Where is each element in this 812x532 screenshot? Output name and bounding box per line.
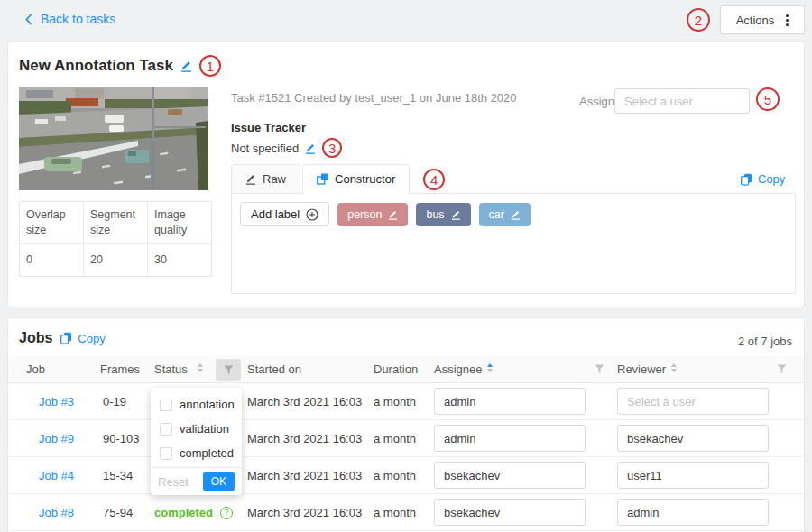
checkbox-completed[interactable]: [160, 447, 172, 460]
assignee-input[interactable]: [434, 499, 586, 526]
add-label-text: Add label: [251, 207, 300, 221]
filter-option-validation[interactable]: validation: [151, 417, 242, 441]
table-row: Job #3 0-19 March 3rd 2021 16:03 a month: [8, 383, 804, 420]
assignee-input[interactable]: [434, 425, 586, 452]
task-parameters-table: Overlap size Segment size Image quality …: [19, 201, 212, 277]
edit-label-person-icon[interactable]: [388, 209, 398, 220]
copy-labels-label: Copy: [758, 172, 785, 186]
checkbox-annotation[interactable]: [160, 399, 172, 411]
assignee-input[interactable]: [434, 462, 586, 489]
callout-1: 1: [199, 55, 221, 77]
copy-labels-link[interactable]: Copy: [741, 172, 785, 186]
jobs-header: Jobs Copy: [19, 330, 106, 346]
table-row: Job #8 75-94 completed ? March 3rd 2021 …: [8, 494, 804, 531]
param-header-overlap: Overlap size: [20, 202, 84, 244]
task-title: New Annotation Task: [19, 57, 173, 75]
started-cell: March 3rd 2021 16:03: [247, 457, 362, 494]
copy-jobs-link[interactable]: Copy: [60, 332, 105, 345]
reviewer-input[interactable]: [617, 499, 769, 526]
label-chip-bus-name: bus: [426, 208, 444, 221]
frames-cell: 0-19: [103, 383, 126, 420]
tab-raw-label: Raw: [263, 172, 286, 186]
task-preview-image: [19, 87, 208, 190]
callout-4: 4: [423, 169, 445, 190]
assignee-input[interactable]: [434, 388, 586, 415]
col-duration: Duration: [374, 356, 418, 383]
filter-option-validation-label: validation: [180, 422, 229, 436]
task-title-row: New Annotation Task 1: [19, 55, 221, 77]
jobs-title: Jobs: [19, 330, 52, 346]
filter-dropdown-footer: Reset OK: [151, 467, 242, 495]
copy-icon: [741, 173, 752, 186]
duration-cell: a month: [374, 383, 416, 420]
duration-cell: a month: [374, 494, 416, 531]
jobs-table-header: Job Frames Status Started on Duration As…: [8, 356, 804, 383]
param-value-quality: 30: [148, 243, 212, 276]
assignee-sorter[interactable]: [487, 363, 493, 372]
actions-button[interactable]: Actions: [720, 5, 805, 34]
edit-label-bus-icon[interactable]: [451, 209, 461, 220]
reviewer-input[interactable]: [617, 388, 769, 415]
status-sorter[interactable]: [198, 363, 203, 372]
filter-option-annotation[interactable]: annotation: [151, 392, 242, 417]
job-link[interactable]: Job #3: [39, 383, 74, 420]
status-cell: completed ?: [154, 494, 233, 531]
question-circle-icon[interactable]: ?: [220, 507, 233, 519]
filter-ok-button[interactable]: OK: [203, 472, 235, 491]
frames-cell: 90-103: [103, 420, 139, 457]
plus-circle-icon: [306, 208, 318, 221]
labels-constructor-panel: Add label person bus: [231, 193, 796, 294]
assigned-to-input[interactable]: [614, 88, 750, 114]
topbar-right: 2 Actions: [687, 5, 805, 34]
tab-constructor[interactable]: Constructor: [302, 164, 410, 194]
reviewer-sorter[interactable]: [671, 363, 677, 372]
filter-funnel-icon: [777, 364, 787, 374]
edit-issue-tracker-icon[interactable]: [305, 142, 316, 154]
jobs-card: Jobs Copy 2 of 7 jobs Job Frames Status …: [7, 317, 805, 532]
back-to-tasks-link[interactable]: Back to tasks: [25, 12, 115, 26]
col-assignee[interactable]: Assignee: [434, 356, 482, 383]
labels-tabbar: Raw Constructor 4: [231, 164, 445, 194]
table-row: Job #4 15-34 March 3rd 2021 16:03 a mont…: [8, 457, 804, 494]
block-icon: [317, 173, 328, 185]
label-chip-person-name: person: [347, 208, 382, 221]
table-row: Job #9 90-103 March 3rd 2021 16:03 a mon…: [8, 420, 804, 457]
issue-tracker-label: Issue Tracker: [231, 121, 306, 134]
started-cell: March 3rd 2021 16:03: [247, 420, 362, 457]
filter-reset-button[interactable]: Reset: [158, 475, 189, 489]
job-link[interactable]: Job #9: [39, 420, 74, 457]
col-frames: Frames: [100, 356, 140, 383]
more-icon: [786, 14, 789, 26]
reviewer-filter-button[interactable]: [777, 364, 787, 374]
label-chip-car[interactable]: car: [479, 203, 531, 226]
col-started: Started on: [247, 356, 301, 383]
col-status[interactable]: Status: [154, 356, 188, 383]
edit-task-name-icon[interactable]: [180, 60, 192, 72]
filter-option-completed[interactable]: completed: [151, 441, 242, 465]
label-chip-bus[interactable]: bus: [416, 203, 470, 226]
label-chip-person[interactable]: person: [337, 203, 408, 226]
issue-tracker-value: Not specified: [231, 142, 299, 155]
filter-funnel-icon: [224, 365, 234, 375]
tab-raw[interactable]: Raw: [231, 164, 300, 194]
filter-option-annotation-label: annotation: [180, 398, 235, 411]
chevron-left-icon: [25, 14, 32, 25]
status-filter-dropdown: annotation validation completed Reset OK: [151, 388, 242, 495]
copy-icon: [60, 332, 72, 344]
reviewer-input[interactable]: [617, 425, 769, 452]
add-label-button[interactable]: Add label: [240, 202, 329, 226]
labels-row: Add label person bus: [232, 194, 795, 234]
checkbox-validation[interactable]: [160, 423, 172, 436]
param-header-segment: Segment size: [84, 202, 148, 244]
callout-3: 3: [322, 138, 342, 158]
edit-label-car-icon[interactable]: [511, 209, 521, 220]
reviewer-input[interactable]: [617, 462, 769, 489]
issue-tracker-row: Not specified 3: [231, 138, 342, 158]
assignee-filter-button[interactable]: [595, 364, 604, 374]
col-reviewer[interactable]: Reviewer: [617, 356, 666, 383]
job-link[interactable]: Job #4: [39, 457, 74, 494]
copy-jobs-label: Copy: [78, 332, 105, 345]
job-link[interactable]: Job #8: [39, 494, 74, 531]
param-value-segment: 20: [84, 243, 148, 276]
status-filter-button[interactable]: [216, 359, 241, 381]
